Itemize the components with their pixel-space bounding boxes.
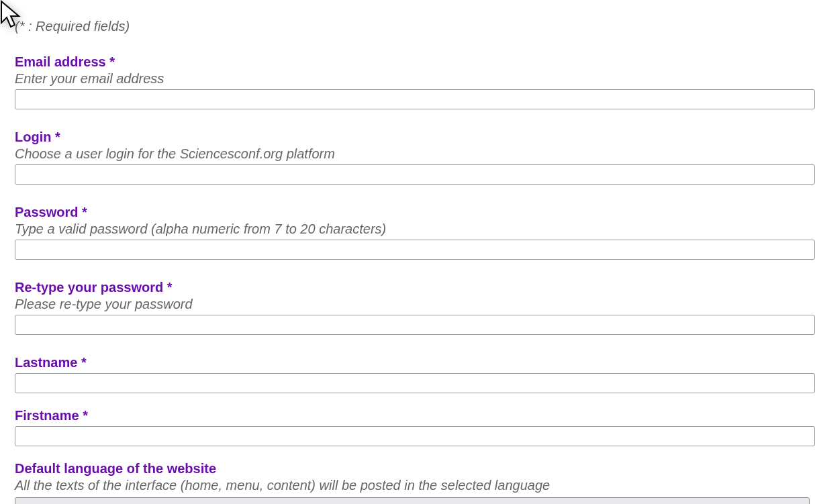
language-label: Default language of the website bbox=[15, 461, 815, 476]
firstname-field[interactable] bbox=[15, 426, 815, 446]
language-hint: All the texts of the interface (home, me… bbox=[15, 478, 815, 493]
login-field[interactable] bbox=[15, 164, 815, 185]
password-confirm-hint: Please re-type your password bbox=[15, 297, 815, 312]
password-field[interactable] bbox=[15, 240, 815, 260]
password-hint: Type a valid password (alpha numeric fro… bbox=[15, 221, 815, 237]
required-fields-note: (* : Required fields) bbox=[15, 19, 815, 34]
email-field[interactable] bbox=[15, 89, 815, 109]
password-confirm-field[interactable] bbox=[15, 315, 815, 335]
password-label: Password * bbox=[15, 205, 815, 220]
password-confirm-label: Re-type your password * bbox=[15, 280, 815, 295]
email-hint: Enter your email address bbox=[15, 71, 815, 87]
firstname-label: Firstname * bbox=[15, 408, 815, 423]
email-label: Email address * bbox=[15, 54, 815, 70]
lastname-label: Lastname * bbox=[15, 355, 815, 370]
language-select[interactable]: French bbox=[15, 497, 810, 504]
login-label: Login * bbox=[15, 130, 815, 145]
login-hint: Choose a user login for the Sciencesconf… bbox=[15, 146, 815, 162]
lastname-field[interactable] bbox=[15, 373, 815, 393]
